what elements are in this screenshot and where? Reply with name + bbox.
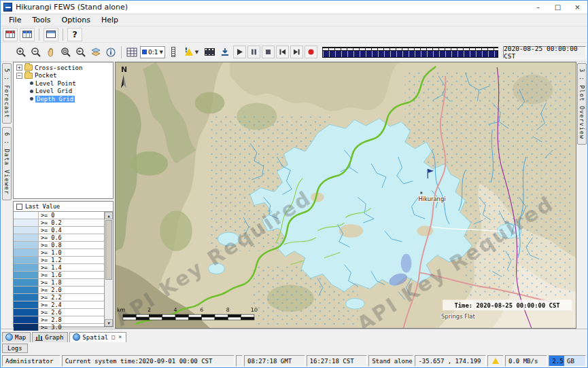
help-button[interactable]: ? [67, 28, 82, 41]
tab-spatial[interactable]: Spatial □ × [69, 332, 126, 342]
tab-restore-icon[interactable]: □ [111, 334, 115, 340]
step-back-button[interactable] [276, 45, 289, 58]
legend-color-swatch [14, 257, 39, 263]
menu-bar: File Tools Options Help [1, 14, 587, 26]
logs-row: Logs [1, 342, 587, 354]
zoom-previous-button[interactable] [74, 45, 88, 59]
info-button[interactable] [104, 45, 118, 59]
pan-button[interactable] [44, 45, 58, 59]
pause-button[interactable] [247, 45, 260, 58]
status-system-time: Current system time:2020-09-01 00:00 CST [62, 355, 235, 367]
tab-map[interactable]: Map [2, 332, 31, 342]
tab-plot-overview[interactable]: 3 : Plot Overview [577, 63, 587, 145]
layer-color-icon [142, 50, 147, 54]
step-forward-button[interactable] [290, 45, 303, 58]
right-tab-strip: 3 : Plot Overview [576, 62, 587, 329]
zoom-out-button[interactable] [29, 45, 43, 59]
legend-value-label: >= 3.0 [39, 324, 62, 331]
menu-file[interactable]: File [3, 15, 27, 25]
display-window-button[interactable] [44, 28, 58, 41]
stop-button[interactable] [262, 45, 275, 58]
zoom-in-button[interactable] [14, 45, 28, 59]
zoom-previous-icon [75, 47, 86, 58]
play-button[interactable] [233, 45, 246, 58]
close-button[interactable]: × [568, 1, 587, 14]
status-mode: Stand alone [368, 355, 413, 367]
profile-button[interactable] [167, 45, 180, 59]
export-data-button[interactable] [20, 28, 35, 41]
menu-options[interactable]: Options [56, 15, 96, 25]
scroll-down-icon[interactable]: ▼ [105, 319, 113, 327]
legend-value-label: >= 1.6 [39, 272, 62, 278]
animation-button[interactable] [203, 45, 217, 59]
tree-item-level-grid[interactable]: Level Grid [14, 88, 113, 96]
scroll-track[interactable] [105, 219, 113, 319]
app-window: Hikurangi FEWS (Stand alone) – □ × File … [0, 0, 588, 368]
thresholds-dropdown[interactable]: ! ▼ [181, 45, 202, 59]
scale-tick: 2 [148, 307, 151, 313]
folder-icon [24, 73, 33, 79]
maximize-button[interactable]: □ [548, 1, 568, 14]
tree-item-pocket[interactable]: − Pocket [14, 72, 113, 80]
legend-color-swatch [14, 309, 39, 316]
legend-value-label: >= 0.8 [39, 242, 62, 249]
map-viewport[interactable]: Hikurangi Springs Flat API Key Required … [115, 62, 576, 329]
tree-item-depth-grid[interactable]: Depth Grid [14, 95, 113, 103]
globe-icon [5, 333, 13, 341]
tab-spatial-label: Spatial [82, 334, 108, 341]
logs-button[interactable]: Logs [2, 344, 28, 353]
display-window-icon [46, 31, 56, 38]
tab-close-icon[interactable]: × [118, 334, 122, 340]
map-canvas[interactable]: Hikurangi Springs Flat API Key Required … [116, 62, 576, 328]
status-coordinates: -35.657 , 174.199 [415, 355, 486, 367]
status-warning-cell[interactable] [487, 355, 504, 367]
main-area: 5 : Forecast 6 : Data Viewer + Cross-sec… [1, 62, 587, 329]
legend-value-label: >= 0.2 [39, 219, 62, 226]
tab-forecast[interactable]: 5 : Forecast [2, 63, 12, 124]
scroll-up-icon[interactable]: ▲ [105, 212, 113, 219]
chevron-down-icon: ▼ [195, 50, 198, 55]
table-export-icon [22, 31, 32, 38]
warning-exclamation: ! [185, 48, 188, 54]
legend-value-label: >= 2.0 [39, 287, 62, 293]
timeline-slider[interactable] [322, 45, 498, 60]
import-data-button[interactable] [3, 28, 18, 41]
tree-item-level-point[interactable]: Level Point [14, 79, 113, 88]
zoom-in-icon [16, 47, 27, 58]
toggle-grid-button[interactable] [125, 45, 139, 59]
record-button[interactable] [305, 45, 317, 58]
display-ratio-value: 0:1 [148, 49, 158, 56]
tree-item-label: Level Grid [35, 88, 72, 94]
scroll-thumb[interactable] [105, 220, 112, 280]
layer-panel: + Cross-section − Pocket Level Point Lev… [13, 62, 115, 329]
expand-icon[interactable]: + [16, 65, 22, 71]
zoom-out-icon [31, 47, 41, 58]
legend-value-label: >= 1.0 [39, 249, 62, 256]
minimize-button[interactable]: – [528, 1, 548, 14]
legend-row: >= 3.0 [14, 324, 104, 331]
legend-color-swatch [14, 234, 39, 241]
layers-button[interactable] [89, 45, 103, 59]
zoom-rectangle-button[interactable] [59, 45, 73, 59]
save-animation-button[interactable] [218, 45, 232, 59]
scale-tick: 4 [174, 307, 177, 313]
menu-tools[interactable]: Tools [27, 15, 56, 25]
map-time-label: Time: 2020-08-25 00:00:00 CST [454, 302, 559, 309]
last-value-checkbox[interactable] [16, 204, 22, 210]
tab-graph[interactable]: Graph [32, 332, 68, 342]
step-back-icon [279, 48, 286, 56]
play-icon [236, 48, 243, 56]
menu-help[interactable]: Help [96, 15, 124, 25]
legend-scrollbar[interactable]: ▲ ▼ [104, 212, 113, 327]
tab-data-viewer[interactable]: 6 : Data Viewer [2, 127, 12, 200]
timeline-bar[interactable] [322, 50, 498, 58]
collapse-icon[interactable]: − [16, 73, 22, 79]
graph-icon [35, 333, 43, 341]
display-ratio-dropdown[interactable]: 0:1 ▼ [140, 46, 165, 58]
toolbar-separator [63, 29, 63, 41]
layer-node-icon [30, 90, 33, 93]
legend-row: >= 1.8 [14, 279, 104, 287]
legend-row: >= 1.6 [14, 272, 104, 279]
map-toolbar: 0:1 ▼ ! ▼ [1, 43, 587, 62]
legend-color-swatch [14, 294, 39, 301]
